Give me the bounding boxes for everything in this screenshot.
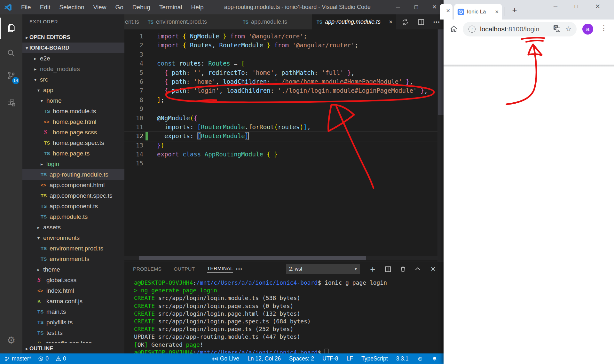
file-label: home.module.ts [53, 108, 96, 115]
tree-item-home-page-spec-ts[interactable]: TShome.page.spec.ts [22, 138, 124, 148]
project-root-folder[interactable]: ▾ IONIC4-BOARD [22, 43, 124, 53]
explorer-icon[interactable] [0, 18, 23, 39]
sync-changes-icon[interactable] [401, 18, 409, 26]
cursor-position-status[interactable]: Ln 12, Col 26 [248, 355, 281, 362]
menu-go[interactable]: Go [111, 0, 128, 14]
browser-close-button[interactable]: ✕ [591, 0, 604, 13]
tree-item-app-component-ts[interactable]: TSapp.component.ts [22, 201, 124, 211]
code-line-5: { path: '', redirectTo: 'home', pathMatc… [157, 68, 428, 77]
panel-tab-terminal[interactable]: TERMINAL [207, 265, 233, 273]
file-label: assets [43, 224, 61, 231]
new-tab-button[interactable]: + [509, 4, 520, 15]
encoding-status[interactable]: UTF-8 [322, 355, 338, 362]
tree-item-karma-conf-js[interactable]: Kkarma.conf.js [22, 296, 124, 306]
browser-page[interactable] [444, 39, 614, 364]
browser-maximize-button[interactable]: □ [570, 0, 583, 13]
tree-item-app-routing-module-ts[interactable]: TSapp-routing.module.tsM [22, 169, 124, 180]
tree-item-app-module-ts[interactable]: TSapp.module.tsM [22, 211, 124, 222]
tab-close-icon[interactable]: ✕ [495, 9, 499, 15]
tree-item-polyfills-ts[interactable]: TSpolyfills.ts [22, 317, 124, 328]
source-control-icon[interactable]: 14 [0, 65, 22, 86]
search-icon[interactable] [0, 43, 22, 64]
editor-tab-ent-ts[interactable]: ent.ts [124, 14, 143, 29]
git-branch-status[interactable]: master* [4, 355, 31, 362]
horizontal-scrollbar[interactable] [124, 256, 437, 260]
tree-item-environment-ts[interactable]: TSenvironment.tsM [22, 254, 124, 264]
tree-item-node-modules[interactable]: ▸node_modules [22, 64, 124, 74]
settings-gear-icon[interactable]: ⚙ [0, 329, 22, 351]
tree-item-home-page-scss[interactable]: Shome.page.scssM [22, 127, 124, 138]
tree-item-app-component-html[interactable]: <>app.component.html [22, 180, 124, 190]
tree-item-home-page-html[interactable]: <>home.page.htmlM [22, 116, 124, 127]
tree-item-global-scss[interactable]: Sglobal.scss [22, 275, 124, 285]
tree-item-theme[interactable]: ▸theme [22, 264, 124, 275]
menu-edit[interactable]: Edit [35, 0, 55, 14]
menu-debug[interactable]: Debug [128, 0, 155, 14]
editor-tab-environment-prod-ts[interactable]: TSenvironment.prod.ts [143, 14, 238, 29]
code-editor[interactable]: 123456789101112131415 import { NgModule … [124, 29, 445, 262]
menu-selection[interactable]: Selection [55, 0, 89, 14]
file-type-icon-ts: TS [41, 203, 50, 209]
translate-icon[interactable]: G [553, 25, 561, 34]
chevron-right-icon: ▸ [37, 267, 43, 272]
menu-terminal[interactable]: Terminal [155, 0, 187, 14]
tree-item-home-module-ts[interactable]: TShome.module.ts [22, 106, 124, 116]
tree-item-test-ts[interactable]: TStest.ts [22, 328, 124, 338]
editor-tab-app-routing-module-ts[interactable]: TSapp-routing.module.ts✕ [312, 14, 396, 29]
errors-status[interactable]: 0 [38, 355, 49, 362]
split-terminal-icon[interactable] [384, 262, 392, 276]
indentation-status[interactable]: Spaces: 2 [289, 355, 314, 362]
tree-item-login[interactable]: ▸login● [22, 159, 124, 169]
home-icon[interactable] [449, 25, 458, 35]
browser-active-tab[interactable]: Ionic La ✕ [454, 4, 502, 20]
ts-version-status[interactable]: 3.3.1 [396, 355, 409, 362]
warnings-status[interactable]: 0 [56, 355, 66, 362]
tree-item-src[interactable]: ▾src● [22, 74, 124, 85]
menu-file[interactable]: File [17, 0, 35, 14]
tab-close-icon[interactable]: ✕ [446, 8, 450, 14]
tree-item-e2e[interactable]: ▸e2e [22, 53, 124, 64]
new-terminal-icon[interactable]: ＋ [368, 262, 377, 276]
open-editors-section[interactable]: ▸ OPEN EDITORS [22, 32, 124, 43]
notifications-bell-icon[interactable] [432, 356, 437, 362]
split-editor-icon[interactable] [417, 18, 425, 26]
tree-item-app-component-spec-ts[interactable]: TSapp.component.spec.ts [22, 190, 124, 201]
minimize-button[interactable]: ─ [389, 0, 407, 14]
kill-terminal-icon[interactable] [399, 262, 406, 276]
bookmark-star-icon[interactable]: ☆ [565, 25, 571, 33]
terminal-select[interactable]: 2: wsl ▼ [286, 264, 360, 274]
maximize-panel-icon[interactable] [414, 262, 421, 276]
editor-tab-app-module-ts[interactable]: TSapp.module.ts [238, 14, 312, 29]
tree-item-home-page-ts[interactable]: TShome.page.tsM [22, 148, 124, 159]
browser-partial-tab[interactable]: ✕ [440, 4, 453, 20]
tree-item-main-ts[interactable]: TSmain.ts [22, 306, 124, 317]
tree-item-app[interactable]: ▾app● [22, 85, 124, 95]
extensions-icon[interactable] [0, 92, 22, 113]
tab-close-icon[interactable]: ✕ [389, 19, 393, 25]
profile-avatar[interactable]: a [582, 24, 593, 35]
address-bar[interactable]: i localhost:8100/login G ☆ [463, 22, 577, 36]
panel-tab-output[interactable]: OUTPUT [174, 266, 195, 272]
tree-item-environments[interactable]: ▾environments● [22, 233, 124, 243]
file-label: app.module.ts [50, 213, 88, 220]
go-live-button[interactable]: Go Live [212, 355, 239, 362]
language-mode-status[interactable]: TypeScript [361, 355, 388, 362]
tree-item-index-html[interactable]: <>index.html [22, 285, 124, 296]
browser-minimize-button[interactable]: ─ [549, 0, 562, 13]
tree-item-assets[interactable]: ▸assets [22, 222, 124, 233]
panel-tab-problems[interactable]: PROBLEMS [133, 266, 161, 272]
panel-more-icon[interactable]: ••• [236, 266, 243, 272]
tree-item-home[interactable]: ▾home● [22, 95, 124, 106]
menu-view[interactable]: View [89, 0, 111, 14]
terminal-output[interactable]: a@DESKTOP-O9VJHH4:/mnt/c/Users/a/a/ionic… [134, 279, 387, 356]
browser-menu-icon[interactable]: ⋮ [600, 24, 607, 32]
more-actions-icon[interactable]: ••• [433, 19, 440, 25]
outline-section[interactable]: ▸ OUTLINE [22, 343, 124, 353]
maximize-button[interactable]: □ [407, 0, 425, 14]
feedback-smiley-icon[interactable]: ☺ [417, 355, 423, 362]
site-info-icon[interactable]: i [468, 26, 476, 33]
menu-help[interactable]: Help [187, 0, 208, 14]
eol-status[interactable]: LF [347, 355, 353, 362]
close-panel-icon[interactable]: ✕ [430, 262, 436, 276]
tree-item-environment-prod-ts[interactable]: TSenvironment.prod.tsM [22, 243, 124, 254]
